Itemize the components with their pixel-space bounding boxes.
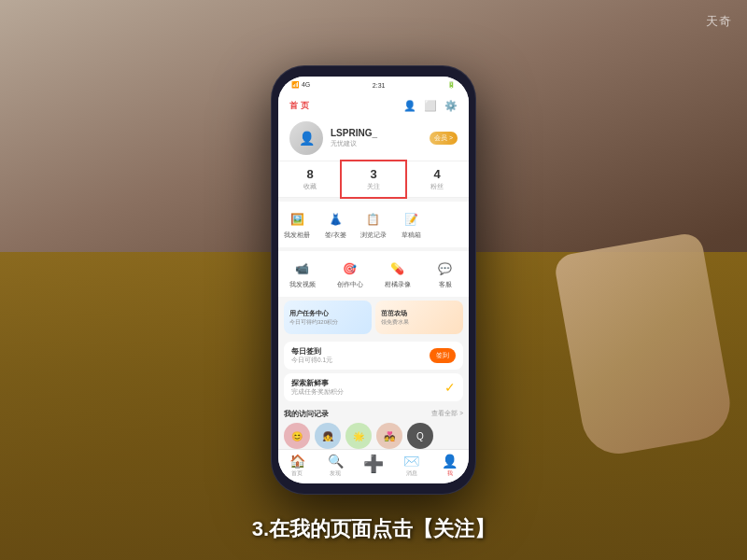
settings-icon[interactable]: ⚙️ (444, 99, 458, 112)
nav-discover-label: 发现 (330, 469, 341, 478)
profile-info: LSPRING_ 无忧建议 (331, 128, 422, 148)
profile-section: 👤 LSPRING_ 无忧建议 会员 > (278, 116, 469, 161)
visitor-4[interactable]: 💑 情侣图bot (376, 423, 402, 449)
vip-badge[interactable]: 会员 > (430, 132, 458, 145)
watermark: 天奇 (706, 13, 732, 30)
stat-fans-number: 4 (405, 167, 469, 181)
banner-farm-sub: 领免费水果 (381, 318, 458, 327)
stat-fans-label: 粉丝 (405, 182, 469, 191)
video-icon: 📹 (292, 259, 313, 279)
grid-wardrobe-label: 签/衣篓 (325, 231, 346, 240)
grid-photo-album-label: 我发相册 (284, 231, 310, 240)
banner-section: 用户任务中心 今日可得约320积分 茁茁农场 领免费水果 (278, 297, 469, 338)
scan-icon[interactable]: ⬜ (424, 99, 437, 112)
grid-empty (430, 205, 469, 244)
grid-gallery-label: 柑橘录像 (385, 281, 411, 289)
visit-title: 我的访问记录 (284, 409, 329, 419)
grid-menu-2: 📹 我发视频 🎯 创作中心 💊 柑橘录像 💬 客服 (278, 251, 469, 297)
visitor-3-img: 🌟 (345, 423, 372, 449)
bottom-nav: 🏠 首页 🔍 发现 ➕ ✉️ 消息 👤 我 (278, 449, 469, 483)
avatar: 👤 (289, 121, 323, 155)
explore-check-icon: ✓ (444, 380, 456, 395)
explore-info: 探索新鲜事 完成任务奖励积分 (291, 378, 344, 397)
stat-favorites[interactable]: 8 收藏 (278, 161, 342, 197)
status-bar: 📶 4G 2:31 🔋 (278, 77, 469, 93)
grid-draft-label: 草稿箱 (402, 231, 421, 240)
daily-btn[interactable]: 签到 (430, 348, 456, 363)
stat-following-number: 3 (342, 167, 405, 181)
profile-name: LSPRING_ (331, 128, 422, 138)
daily-card[interactable]: 每日签到 今日可得0.1元 签到 (284, 342, 463, 370)
creator-icon: 🎯 (340, 259, 360, 279)
gallery-icon: 💊 (388, 259, 408, 279)
grid-history[interactable]: 📋 浏览记录 (355, 205, 393, 244)
banner-farm[interactable]: 茁茁农场 领免费水果 (375, 301, 463, 334)
header-icons: 👤 ⬜ ⚙️ (403, 99, 458, 112)
grid-creator-label: 创作中心 (337, 281, 363, 289)
daily-info: 每日签到 今日可得0.1元 (291, 346, 332, 365)
stat-favorites-label: 收藏 (278, 182, 342, 191)
visitor-5[interactable]: Q _QianYi (407, 423, 433, 449)
draft-icon: 📝 (402, 209, 422, 230)
banner-task-center[interactable]: 用户任务中心 今日可得约320积分 (284, 301, 372, 334)
home-icon: 🏠 (289, 454, 305, 469)
nav-profile-label: 我 (447, 469, 453, 478)
messages-icon: ✉️ (403, 454, 419, 469)
grid-service-label: 客服 (439, 281, 452, 289)
banner-task-title: 用户任务中心 (289, 309, 366, 318)
nav-profile[interactable]: 👤 我 (430, 454, 469, 478)
wardrobe-icon: 👗 (325, 209, 345, 230)
grid-video-label: 我发视频 (289, 281, 316, 289)
grid-gallery[interactable]: 💊 柑橘录像 (374, 255, 421, 293)
status-battery: 🔋 (447, 81, 456, 89)
grid-photo-album[interactable]: 🖼️ 我发相册 (278, 205, 317, 244)
grid-video[interactable]: 📹 我发视频 (278, 255, 326, 293)
explore-card[interactable]: 探索新鲜事 完成任务奖励积分 ✓ (284, 373, 463, 401)
explore-sub: 完成任务奖励积分 (291, 388, 344, 397)
profile-nav-icon: 👤 (442, 454, 458, 469)
stat-following[interactable]: 3 关注 (340, 160, 407, 199)
visitor-3[interactable]: 🌟 全球明星 (345, 423, 372, 449)
grid-history-label: 浏览记录 (360, 231, 387, 240)
visitor-2-img: 👧 (315, 423, 341, 449)
visit-avatars: 😊 Dear 涵 👧 张子欣 🌟 全球明星 💑 情侣图bot (284, 423, 463, 449)
grid-wardrobe[interactable]: 👗 签/衣篓 (317, 205, 355, 244)
stat-fans[interactable]: 4 粉丝 (405, 161, 469, 197)
daily-sub: 今日可得0.1元 (291, 357, 332, 365)
nav-home[interactable]: 🏠 首页 (278, 454, 317, 478)
visit-more[interactable]: 查看全部 > (431, 410, 463, 418)
nav-messages-label: 消息 (406, 469, 417, 478)
visit-section: 我的访问记录 查看全部 > 😊 Dear 涵 👧 张子欣 🌟 全球明星 (278, 405, 469, 449)
app-logo: 首 页 (289, 100, 309, 112)
caption: 3.在我的页面点击【关注】 (0, 515, 747, 543)
app-header: 首 页 👤 ⬜ ⚙️ (278, 93, 469, 116)
stats-row: 8 收藏 3 关注 4 粉丝 (278, 161, 469, 198)
status-signal: 📶 4G (291, 81, 310, 89)
history-icon: 📋 (363, 209, 384, 230)
visitor-5-img: Q (407, 423, 433, 449)
visitor-1[interactable]: 😊 Dear 涵 (284, 423, 310, 449)
nav-messages[interactable]: ✉️ 消息 (392, 454, 430, 478)
service-icon: 💬 (435, 259, 456, 279)
nav-discover[interactable]: 🔍 发现 (317, 454, 355, 478)
grid-creator[interactable]: 🎯 创作中心 (326, 255, 374, 293)
grid-menu-1: 🖼️ 我发相册 👗 签/衣篓 📋 浏览记录 📝 草稿箱 (278, 202, 469, 247)
person-icon[interactable]: 👤 (403, 99, 416, 112)
grid-service[interactable]: 💬 客服 (421, 255, 469, 293)
daily-title: 每日签到 (291, 346, 332, 357)
status-time: 2:31 (373, 82, 386, 89)
nav-home-label: 首页 (291, 469, 303, 478)
stat-favorites-number: 8 (278, 167, 342, 181)
profile-subtitle: 无忧建议 (331, 139, 422, 148)
section-header: 我的访问记录 查看全部 > (284, 409, 463, 419)
visitor-1-img: 😊 (284, 423, 310, 449)
scroll-content: 🖼️ 我发相册 👗 签/衣篓 📋 浏览记录 📝 草稿箱 (278, 202, 469, 449)
grid-draft[interactable]: 📝 草稿箱 (392, 205, 430, 244)
banner-farm-title: 茁茁农场 (381, 309, 458, 318)
visitor-4-img: 💑 (376, 423, 402, 449)
nav-create[interactable]: ➕ (355, 454, 393, 478)
visitor-2[interactable]: 👧 张子欣 (315, 423, 341, 449)
photo-album-icon: 🖼️ (287, 209, 307, 230)
banner-task-sub: 今日可得约320积分 (289, 318, 366, 327)
phone: 📶 4G 2:31 🔋 首 页 👤 ⬜ ⚙️ 👤 LSPRING_ 无忧建议 会… (271, 65, 476, 495)
